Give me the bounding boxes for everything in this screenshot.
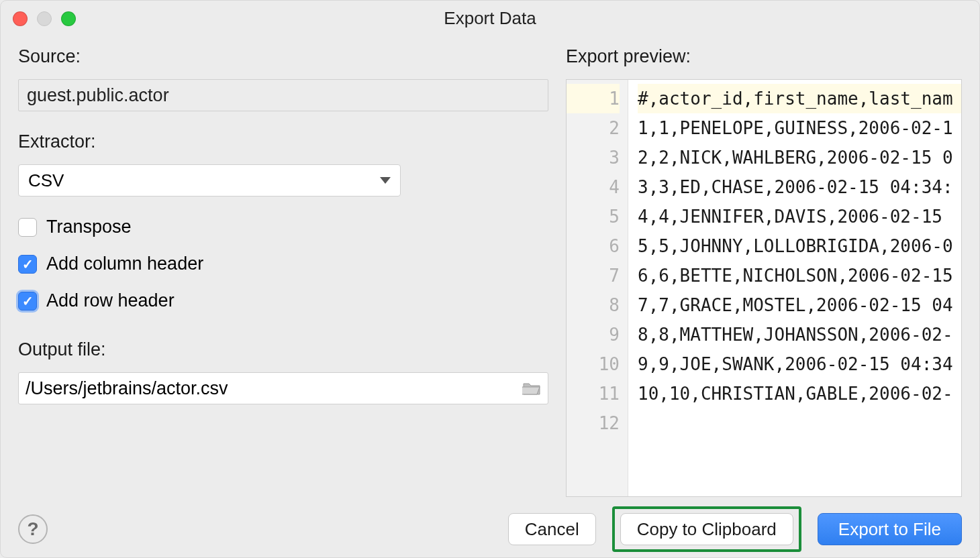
gutter-line: 10 bbox=[567, 349, 620, 379]
extractor-value: CSV bbox=[28, 170, 64, 191]
preview-line: 1,1,PENELOPE,GUINESS,2006-02-1 bbox=[638, 113, 961, 143]
window-title: Export Data bbox=[444, 8, 536, 29]
preview-line: 7,7,GRACE,MOSTEL,2006-02-15 04 bbox=[638, 290, 961, 320]
preview-line: 5,5,JOHNNY,LOLLOBRIGIDA,2006-0 bbox=[638, 231, 961, 261]
zoom-window-button[interactable] bbox=[61, 11, 76, 26]
copy-to-clipboard-highlight: Copy to Clipboard bbox=[612, 506, 801, 552]
titlebar: Export Data bbox=[1, 1, 979, 36]
transpose-checkbox-row[interactable]: Transpose bbox=[18, 217, 548, 237]
output-file-label: Output file: bbox=[18, 339, 548, 360]
preview-line: 6,6,BETTE,NICHOLSON,2006-02-15 bbox=[638, 261, 961, 290]
gutter-line: 11 bbox=[567, 379, 620, 408]
export-data-dialog: Export Data Source: guest.public.actor E… bbox=[0, 0, 980, 558]
preview-gutter: 123456789101112 bbox=[567, 80, 628, 496]
options-pane: Source: guest.public.actor Extractor: CS… bbox=[18, 42, 548, 497]
source-value: guest.public.actor bbox=[27, 85, 169, 106]
export-to-file-button[interactable]: Export to File bbox=[818, 513, 962, 545]
window-controls bbox=[13, 11, 76, 26]
source-field[interactable]: guest.public.actor bbox=[18, 79, 548, 111]
copy-to-clipboard-button[interactable]: Copy to Clipboard bbox=[620, 513, 793, 545]
preview-line: 9,9,JOE,SWANK,2006-02-15 04:34 bbox=[638, 349, 961, 379]
gutter-line: 7 bbox=[567, 261, 620, 290]
help-button[interactable]: ? bbox=[18, 514, 48, 544]
preview-line: 8,8,MATTHEW,JOHANSSON,2006-02- bbox=[638, 320, 961, 349]
cancel-button[interactable]: Cancel bbox=[508, 513, 596, 545]
dialog-footer: ? Cancel Copy to Clipboard Export to Fil… bbox=[18, 509, 962, 549]
gutter-line: 1 bbox=[567, 84, 620, 113]
gutter-line: 4 bbox=[567, 172, 620, 202]
gutter-line: 2 bbox=[567, 113, 620, 143]
gutter-line: 3 bbox=[567, 143, 620, 172]
preview-lines: #,actor_id,first_name,last_nam1,1,PENELO… bbox=[628, 80, 961, 496]
browse-folder-icon[interactable] bbox=[522, 381, 541, 396]
add-row-header-checkbox[interactable]: ✓ bbox=[18, 292, 37, 311]
gutter-line: 8 bbox=[567, 290, 620, 320]
output-file-field[interactable]: /Users/jetbrains/actor.csv bbox=[18, 372, 548, 404]
preview-line: 10,10,CHRISTIAN,GABLE,2006-02- bbox=[638, 379, 961, 408]
transpose-label: Transpose bbox=[46, 217, 132, 237]
gutter-line: 9 bbox=[567, 320, 620, 349]
preview-line: #,actor_id,first_name,last_nam bbox=[638, 84, 961, 113]
gutter-line: 5 bbox=[567, 202, 620, 231]
preview-line: 2,2,NICK,WAHLBERG,2006-02-15 0 bbox=[638, 143, 961, 172]
source-label: Source: bbox=[18, 46, 548, 67]
add-column-header-label: Add column header bbox=[46, 254, 203, 274]
output-file-value: /Users/jetbrains/actor.csv bbox=[26, 378, 517, 399]
help-icon: ? bbox=[27, 518, 38, 540]
preview-editor[interactable]: 123456789101112 #,actor_id,first_name,la… bbox=[566, 79, 962, 497]
chevron-down-icon bbox=[380, 177, 391, 184]
extractor-select[interactable]: CSV bbox=[18, 164, 401, 197]
minimize-window-button bbox=[37, 11, 52, 26]
transpose-checkbox[interactable] bbox=[18, 218, 37, 237]
add-row-header-row[interactable]: ✓ Add row header bbox=[18, 290, 548, 311]
gutter-line: 6 bbox=[567, 231, 620, 261]
preview-line: 4,4,JENNIFER,DAVIS,2006-02-15 bbox=[638, 202, 961, 231]
add-row-header-label: Add row header bbox=[46, 290, 175, 311]
extractor-label: Extractor: bbox=[18, 131, 548, 152]
preview-line: 3,3,ED,CHASE,2006-02-15 04:34: bbox=[638, 172, 961, 202]
gutter-line: 12 bbox=[567, 408, 620, 438]
close-window-button[interactable] bbox=[13, 11, 28, 26]
preview-label: Export preview: bbox=[566, 46, 962, 67]
preview-pane: Export preview: 123456789101112 #,actor_… bbox=[566, 42, 962, 497]
add-column-header-row[interactable]: ✓ Add column header bbox=[18, 254, 548, 274]
add-column-header-checkbox[interactable]: ✓ bbox=[18, 255, 37, 274]
